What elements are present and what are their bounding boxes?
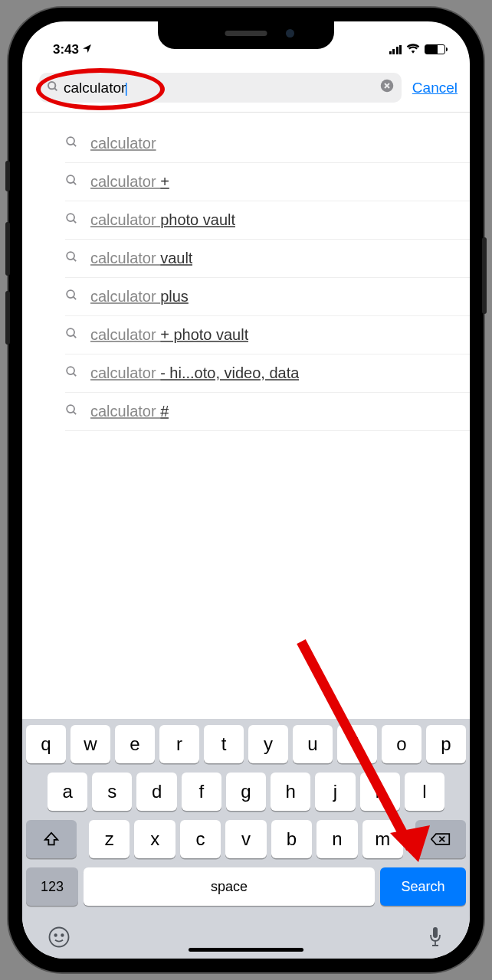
search-icon [65, 135, 78, 152]
key-h[interactable]: h [271, 773, 310, 811]
search-icon [65, 288, 78, 305]
svg-point-22 [61, 934, 64, 936]
numbers-key[interactable]: 123 [26, 867, 78, 906]
notch [158, 21, 334, 49]
side-button [5, 161, 10, 191]
power-button [482, 237, 487, 314]
svg-line-18 [74, 412, 77, 415]
search-icon [65, 326, 78, 344]
battery-icon [425, 44, 445, 54]
shift-key[interactable] [26, 820, 77, 858]
svg-point-11 [67, 290, 74, 298]
svg-line-12 [74, 297, 77, 300]
key-q[interactable]: q [26, 725, 66, 763]
keyboard-row-4: 123 space Search [26, 867, 466, 906]
home-indicator[interactable] [189, 948, 303, 952]
key-e[interactable]: e [115, 725, 155, 763]
emoji-key[interactable] [48, 926, 71, 954]
phone-frame: 3:43 calculator| [8, 8, 484, 972]
key-z[interactable]: z [89, 820, 130, 858]
search-icon [65, 364, 78, 382]
key-a[interactable]: a [48, 773, 87, 811]
suggestion-item[interactable]: calculator vault [65, 240, 470, 278]
location-icon [82, 44, 92, 56]
key-r[interactable]: r [159, 725, 199, 763]
svg-rect-23 [433, 927, 438, 938]
cellular-signal-icon [389, 45, 402, 54]
svg-point-5 [67, 175, 74, 183]
suggestion-text: calculator plus [90, 288, 189, 305]
search-icon [65, 173, 78, 191]
suggestion-item[interactable]: calculator [65, 125, 470, 163]
suggestion-item[interactable]: calculator plus [65, 278, 470, 316]
suggestion-item[interactable]: calculator + [65, 163, 470, 201]
suggestion-item[interactable]: calculator + photo vault [65, 316, 470, 354]
key-w[interactable]: w [71, 725, 110, 763]
volume-down-button [5, 291, 10, 345]
key-v[interactable]: v [225, 820, 266, 858]
status-time: 3:43 [53, 42, 79, 57]
svg-point-7 [67, 214, 74, 221]
suggestions-list: calculatorcalculator +calculator photo v… [22, 113, 470, 431]
key-u[interactable]: u [293, 725, 333, 763]
key-y[interactable]: y [248, 725, 288, 763]
search-key[interactable]: Search [380, 867, 466, 906]
key-p[interactable]: p [426, 725, 466, 763]
suggestion-text: calculator photo vault [90, 211, 235, 229]
suggestion-text: calculator + photo vault [90, 326, 248, 344]
keyboard-row-1: qwertyuiop [26, 725, 466, 763]
key-d[interactable]: d [136, 773, 176, 811]
suggestion-item[interactable]: calculator - hi...oto, video, data [65, 354, 470, 393]
keyboard-row-2: asdfghjkl [26, 773, 466, 811]
delete-key[interactable] [415, 820, 466, 858]
suggestion-item[interactable]: calculator photo vault [65, 201, 470, 240]
keyboard-row-3: zxcvbnm [26, 820, 466, 858]
key-f[interactable]: f [182, 773, 221, 811]
svg-point-17 [67, 405, 74, 413]
search-header: calculator| Cancel [22, 64, 470, 113]
key-k[interactable]: k [360, 773, 400, 811]
key-j[interactable]: j [315, 773, 355, 811]
key-t[interactable]: t [204, 725, 244, 763]
clear-icon[interactable] [380, 79, 394, 96]
key-c[interactable]: c [180, 820, 221, 858]
key-l[interactable]: l [405, 773, 444, 811]
key-b[interactable]: b [271, 820, 312, 858]
svg-line-8 [74, 220, 77, 224]
key-m[interactable]: m [362, 820, 403, 858]
svg-line-14 [74, 335, 77, 338]
dictation-key[interactable] [426, 926, 444, 954]
svg-point-3 [67, 137, 74, 145]
svg-point-9 [67, 252, 74, 260]
svg-line-6 [74, 182, 77, 185]
search-icon [65, 211, 78, 229]
svg-line-10 [74, 259, 77, 262]
search-box[interactable]: calculator| [39, 73, 402, 103]
suggestion-text: calculator # [90, 403, 169, 420]
search-input[interactable]: calculator| [64, 80, 380, 96]
key-o[interactable]: o [382, 725, 421, 763]
key-s[interactable]: s [92, 773, 132, 811]
space-key[interactable]: space [84, 867, 375, 906]
keyboard: qwertyuiop asdfghjkl zxcvbnm 123 space S… [22, 719, 470, 959]
svg-point-0 [48, 82, 55, 89]
search-icon [47, 80, 59, 96]
suggestion-text: calculator vault [90, 250, 192, 267]
screen: 3:43 calculator| [22, 21, 470, 959]
key-i[interactable]: i [337, 725, 377, 763]
svg-point-21 [54, 934, 57, 936]
suggestion-text: calculator - hi...oto, video, data [90, 364, 299, 382]
svg-line-1 [54, 88, 57, 90]
key-x[interactable]: x [134, 820, 175, 858]
cancel-button[interactable]: Cancel [412, 80, 458, 96]
svg-line-4 [74, 144, 77, 147]
key-n[interactable]: n [317, 820, 357, 858]
key-g[interactable]: g [226, 773, 266, 811]
search-icon [65, 403, 78, 420]
svg-point-20 [50, 928, 69, 947]
search-icon [65, 250, 78, 267]
wifi-icon [406, 42, 420, 57]
suggestion-text: calculator + [90, 173, 169, 191]
suggestion-item[interactable]: calculator # [65, 393, 470, 431]
volume-up-button [5, 222, 10, 276]
